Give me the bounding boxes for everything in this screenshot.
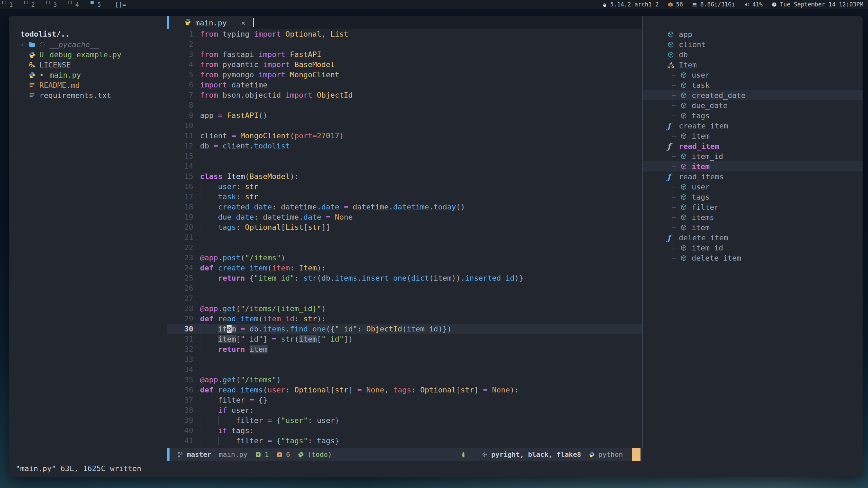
code-line-17[interactable]: 17 task: str	[167, 192, 642, 202]
code-line-33[interactable]: 33	[167, 354, 642, 365]
symbol-item[interactable]: item	[643, 161, 863, 171]
code-line-30[interactable]: 30 item = db.items.find_one({"_id": Obje…	[167, 324, 642, 334]
tree-guide	[667, 151, 680, 161]
code-line-3[interactable]: 3from fastapi import FastAPI	[167, 49, 642, 60]
code-line-23[interactable]: 23@app.post("/items")	[167, 253, 642, 263]
status-text: 56	[676, 1, 683, 8]
symbol-delete_item[interactable]: delete_item	[643, 253, 863, 263]
code-line-13[interactable]: 13	[167, 151, 642, 161]
tab-separator	[253, 18, 254, 27]
code-line-22[interactable]: 22	[167, 243, 642, 253]
code-line-34[interactable]: 34	[167, 365, 642, 375]
git-status-badge: U	[39, 50, 50, 59]
symbol-due_date[interactable]: due_date	[643, 100, 863, 110]
tree-guide	[667, 243, 680, 253]
line-number: 39	[167, 415, 193, 426]
code-line-31[interactable]: 31 item["_id"] = str(item["_id"])	[167, 334, 642, 344]
code-line-14[interactable]: 14	[167, 161, 642, 171]
code-text: due_date: datetime.date = None	[193, 212, 353, 222]
tab-main-py[interactable]: main.py ×	[169, 16, 252, 29]
filetree-item-debug_example.py[interactable]: Udebug_example.py	[9, 49, 167, 60]
filetree-item-README.md[interactable]: README.md	[9, 80, 167, 90]
code-line-29[interactable]: 29def read_item(item_id: str):	[167, 314, 642, 324]
code-line-5[interactable]: 5from pymongo import MongoClient	[167, 70, 642, 80]
code-line-38[interactable]: 38 if user:	[167, 405, 642, 415]
filetree-item-requirements.txt[interactable]: requirements.txt	[9, 90, 167, 100]
code-line-16[interactable]: 16 user: str	[167, 182, 642, 192]
tree-guide	[667, 161, 680, 171]
code-line-32[interactable]: 32 return item	[167, 344, 642, 354]
code-line-20[interactable]: 20 tags: Optional[List[str]]	[167, 222, 642, 232]
symbol-user[interactable]: user	[643, 182, 863, 192]
workspace-tag-1[interactable]: 1	[0, 0, 22, 9]
symbol-item_id[interactable]: item_id	[643, 243, 863, 253]
code-line-15[interactable]: 15class Item(BaseModel):	[167, 171, 642, 182]
code-line-2[interactable]: 2	[167, 39, 642, 49]
clock-icon	[771, 2, 777, 7]
symbol-Item[interactable]: Item	[643, 60, 863, 70]
workspace-tag-2[interactable]: 2	[22, 0, 44, 9]
code-line-1[interactable]: 1from typing import Optional, List	[167, 29, 642, 39]
code-line-26[interactable]: 26	[167, 283, 642, 293]
symbol-read_item[interactable]: ƒread_item	[643, 141, 863, 151]
code-area[interactable]: 1from typing import Optional, List23from…	[167, 29, 642, 446]
workspace-tag-3[interactable]: 3	[44, 0, 66, 9]
workspace-tag-4[interactable]: 4	[66, 0, 88, 9]
code-line-21[interactable]: 21	[167, 232, 642, 243]
symbols-outline: appclientdbItemusertaskcreated_datedue_d…	[643, 16, 863, 461]
symbol-client[interactable]: client	[643, 39, 863, 49]
symbol-read_items[interactable]: ƒread_items	[643, 171, 863, 182]
code-line-24[interactable]: 24def create_item(item: Item):	[167, 263, 642, 273]
code-line-18[interactable]: 18 created_date: datetime.date = datetim…	[167, 202, 642, 212]
code-line-19[interactable]: 19 due_date: datetime.date = None	[167, 212, 642, 222]
code-line-39[interactable]: 39 filter = {"user": user}	[167, 415, 642, 426]
symbol-item[interactable]: item	[643, 131, 863, 141]
filetree-item-__pycache__[interactable]: ›__pycache__	[9, 39, 167, 49]
symbol-items[interactable]: items	[643, 212, 863, 222]
symbol-created_date[interactable]: created_date	[643, 90, 863, 100]
symbol-task[interactable]: task	[643, 80, 863, 90]
symbol-item[interactable]: item	[643, 222, 863, 232]
code-line-7[interactable]: 7from bson.objectid import ObjectId	[167, 90, 642, 100]
workspace-tag-5[interactable]: 5	[88, 0, 110, 9]
code-line-36[interactable]: 36def read_items(user: Optional[str] = N…	[167, 385, 642, 395]
close-icon[interactable]: ×	[241, 19, 245, 27]
venv-python-icon	[298, 451, 304, 458]
symbol-item_id[interactable]: item_id	[643, 151, 863, 161]
code-line-4[interactable]: 4from pydantic import BaseModel	[167, 60, 642, 70]
code-line-8[interactable]: 8	[167, 100, 642, 110]
tree-guide	[667, 110, 680, 121]
line-number: 13	[167, 151, 193, 161]
code-line-40[interactable]: 40 if tags:	[167, 426, 642, 436]
python-icon	[28, 72, 39, 79]
code-text	[193, 121, 200, 131]
symbol-tags[interactable]: tags	[643, 192, 863, 202]
line-number: 2	[167, 39, 193, 49]
symbol-filter[interactable]: filter	[643, 202, 863, 212]
symbol-user[interactable]: user	[643, 70, 863, 80]
status-text: Tue September 14 12:03PM	[780, 1, 863, 8]
symbol-create_item[interactable]: ƒcreate_item	[643, 121, 863, 131]
code-line-41[interactable]: 41 filter = {"tags": tags}	[167, 436, 642, 446]
code-line-6[interactable]: 6import datetime	[167, 80, 642, 90]
symbol-tags[interactable]: tags	[643, 110, 863, 121]
filetree-root[interactable]: todolist/..	[9, 29, 167, 39]
symbol-db[interactable]: db	[643, 49, 863, 60]
code-line-10[interactable]: 10	[167, 121, 642, 131]
filetree-item-main.py[interactable]: •main.py	[9, 70, 167, 80]
code-line-35[interactable]: 35@app.get("/items")	[167, 375, 642, 385]
symbol-app[interactable]: app	[643, 29, 863, 39]
code-line-28[interactable]: 28@app.get("/items/{item_id}")	[167, 304, 642, 314]
code-line-11[interactable]: 11client = MongoClient(port=27017)	[167, 131, 642, 141]
filetree-item-LICENSE[interactable]: LICENSE	[9, 60, 167, 70]
code-line-12[interactable]: 12db = client.todolist	[167, 141, 642, 151]
code-line-25[interactable]: 25 return {"item_id": str(db.items.inser…	[167, 273, 642, 283]
code-text: class Item(BaseModel):	[193, 171, 299, 182]
code-line-27[interactable]: 27	[167, 293, 642, 304]
filetree-label: main.py	[50, 71, 81, 79]
symbol-delete_item[interactable]: ƒdelete_item	[643, 232, 863, 243]
code-line-37[interactable]: 37 filter = {}	[167, 395, 642, 405]
tree-guide	[667, 212, 680, 222]
code-line-9[interactable]: 9app = FastAPI()	[167, 110, 642, 121]
file-explorer: todolist/.. ›__pycache__Udebug_example.p…	[9, 16, 167, 461]
